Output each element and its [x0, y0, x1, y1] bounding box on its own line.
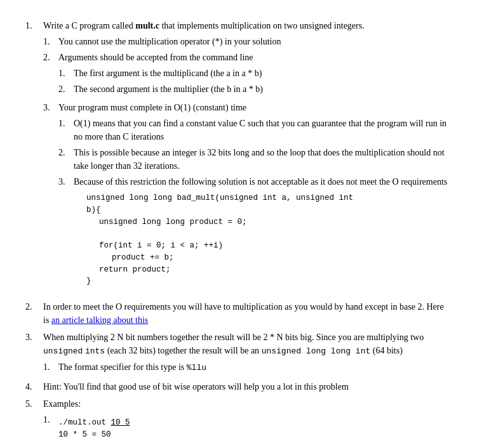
sub-sub-item-1-2-1: The first argument is the multiplicand (… [58, 67, 452, 80]
item5-code2: ints [85, 346, 105, 356]
sub-item-1-3-text: Your program must complete in O(1) (cons… [58, 103, 246, 112]
sub-sub-list-1-2: The first argument is the multiplicand (… [58, 67, 452, 96]
sub-list-5: The format specifier for this type is %l… [43, 360, 452, 374]
code-line-1: unsigned long long bad_mult(unsigned int… [86, 192, 452, 204]
code-line-blank [86, 228, 452, 240]
sub-sub-item-1-3-2: This is possible because an integer is 3… [58, 146, 452, 173]
sub-sub-item-1-2-2: The second argument is the multiplier (t… [58, 82, 452, 96]
item5-text: When multiplying 2 N bit numbers togethe… [43, 333, 424, 355]
example1-line2: 10 * 5 = 50 [58, 429, 452, 441]
item4-text: In order to meet the O requirements you … [43, 302, 444, 325]
code-line-6: return product; [99, 264, 452, 276]
sub-sub-item-1-3-2-text: This is possible because an integer is 3… [74, 148, 445, 171]
code-line-5: product += b; [112, 252, 452, 264]
sub-item-5-1-text: The format specifier for this type is %l… [58, 362, 206, 372]
main-item-1: Write a C program called mult.c that imp… [25, 19, 452, 296]
item6-text: Hint: You'll find that good use of bit w… [43, 382, 349, 392]
main-item-5: When multiplying 2 N bit numbers togethe… [25, 331, 452, 376]
item1-bold: mult.c [135, 21, 159, 30]
sub-item-5-1-code: %llu [187, 363, 206, 372]
main-item-4: In order to meet the O requirements you … [25, 300, 452, 327]
sub-item-1-2-text: Arguments should be accepted from the co… [58, 53, 253, 62]
main-list: Write a C program called mult.c that imp… [25, 19, 452, 448]
article-link[interactable]: an article talking about this [51, 315, 148, 325]
code-line-3: unsigned long long product = 0; [99, 216, 452, 228]
code-line-4: for(int i = 0; i < a; ++i) [99, 240, 452, 252]
sub-item-5-1: The format specifier for this type is %l… [43, 360, 452, 374]
item5-code3: unsigned long long int [262, 346, 371, 356]
example1-args: 10 5 [111, 418, 130, 427]
sub-sub-list-1-3: O(1) means that you can find a constant … [58, 117, 452, 291]
item7-text: Examples: [43, 399, 81, 409]
code-line-2: b){ [86, 204, 452, 216]
code-block-bad-mult: unsigned long long bad_mult(unsigned int… [86, 192, 452, 287]
item5-code1: unsigned [43, 346, 83, 356]
example1-block: ./mult.out 10 5 10 * 5 = 50 [58, 417, 452, 441]
sub-item-7-1: ./mult.out 10 5 10 * 5 = 50 [43, 413, 452, 445]
sub-item-1-2: Arguments should be accepted from the co… [43, 51, 452, 98]
main-item-7: Examples: ./mult.out 10 5 10 * 5 = 50 ./… [25, 397, 452, 448]
item1-text: Write a C program called mult.c that imp… [43, 21, 365, 30]
sub-sub-item-1-3-3: Because of this restriction the followin… [58, 175, 452, 291]
sub-item-1-3: Your program must complete in O(1) (cons… [43, 101, 452, 294]
example1-line1: ./mult.out 10 5 [58, 417, 452, 429]
main-item-6: Hint: You'll find that good use of bit w… [25, 380, 452, 393]
sub-item-1-1-text: You cannot use the multiplication operat… [58, 37, 281, 46]
code-line-7: } [86, 275, 452, 287]
sub-sub-item-1-3-1: O(1) means that you can find a constant … [58, 117, 452, 143]
sub-item-1-1: You cannot use the multiplication operat… [43, 35, 452, 48]
sub-list-7: ./mult.out 10 5 10 * 5 = 50 ./a.out 4000… [43, 413, 452, 448]
sub-sub-item-1-3-1-text: O(1) means that you can find a constant … [74, 119, 447, 142]
sub-sub-item-1-3-3-text: Because of this restriction the followin… [74, 177, 447, 187]
sub-sub-item-1-2-1-text: The first argument is the multiplicand (… [74, 69, 262, 78]
sub-list-1: You cannot use the multiplication operat… [43, 35, 452, 294]
sub-sub-item-1-2-2-text: The second argument is the multiplier (t… [74, 84, 263, 94]
